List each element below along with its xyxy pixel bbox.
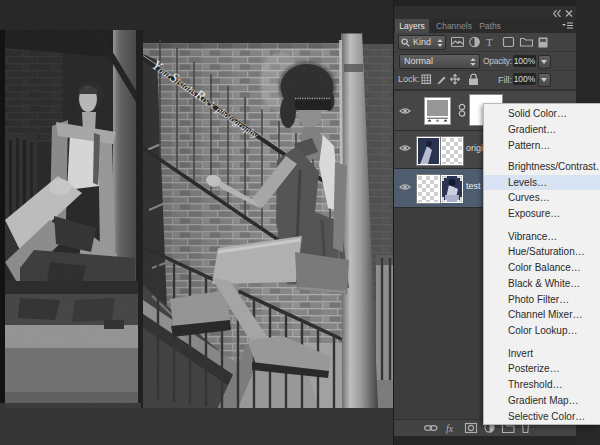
svg-text:fx: fx bbox=[446, 423, 454, 434]
svg-text:T: T bbox=[486, 36, 493, 48]
